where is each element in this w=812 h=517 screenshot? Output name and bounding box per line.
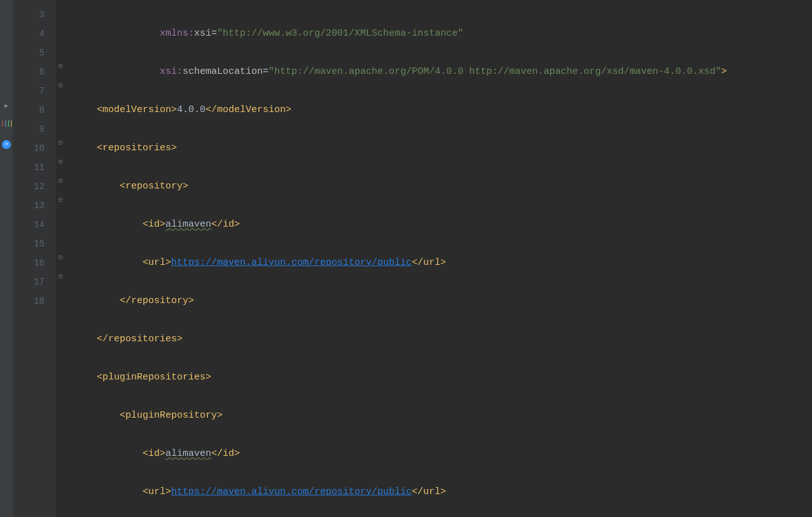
line-number: 16	[13, 253, 56, 273]
line-number: 14	[13, 215, 56, 234]
line-number: 6	[13, 62, 56, 81]
line-number: 5	[13, 43, 56, 62]
line-number: 13	[13, 196, 56, 215]
line-number: 4	[13, 24, 56, 43]
line-gutter: 3 4 5 6 7 8 9 10 11 12 13 14 15 16 17 18	[13, 0, 56, 517]
line-number: 11	[13, 158, 56, 177]
line-number: 18	[13, 292, 56, 311]
line-number: 7	[13, 81, 56, 101]
line-number: 12	[13, 177, 56, 196]
line-number: 10	[13, 139, 56, 158]
line-number: 15	[13, 234, 56, 253]
fold-column: ⊟ ⊟ ⊟ ⊟ ⊟ ⊟ ⊟ ⊟	[56, 0, 70, 517]
fold-icon[interactable]: ⊟	[59, 81, 62, 89]
fold-icon[interactable]: ⊟	[59, 273, 62, 280]
line-number: 8	[13, 101, 56, 120]
line-number: 9	[13, 120, 56, 139]
fold-icon[interactable]: ⊟	[59, 158, 62, 166]
fold-icon[interactable]: ⊟	[59, 253, 62, 261]
code-editor[interactable]: 3 4 5 6 7 8 9 10 11 12 13 14 15 16 17 18…	[13, 0, 812, 517]
line-number: 17	[13, 273, 56, 292]
analytics-icon[interactable]: ||||	[1, 120, 12, 127]
fold-icon[interactable]: ⊟	[59, 139, 62, 146]
collapse-icon[interactable]: ▶	[4, 102, 8, 110]
fold-icon[interactable]: ⊟	[59, 177, 62, 185]
terminal-badge-icon[interactable]: >	[2, 140, 11, 149]
fold-icon[interactable]: ⊟	[59, 196, 62, 204]
left-tool-strip: ▶ |||| >	[0, 0, 13, 517]
code-area[interactable]: xmlns:xsi="http://www.w3.org/2001/XMLSch…	[70, 0, 812, 517]
line-number: 3	[13, 5, 56, 24]
fold-icon[interactable]: ⊟	[59, 62, 62, 70]
